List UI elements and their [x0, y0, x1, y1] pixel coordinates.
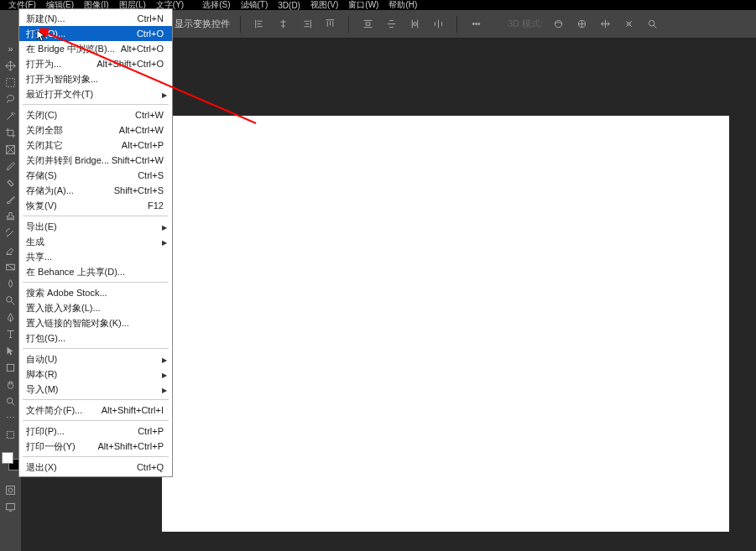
menu-item-shortcut: Alt+Ctrl+W [119, 123, 164, 137]
menu-item[interactable]: 恢复(V)F12 [19, 198, 172, 213]
menu-item-label: 置入嵌入对象(L)... [26, 301, 101, 314]
align-right-icon[interactable] [298, 16, 315, 33]
type-tool[interactable] [2, 326, 20, 341]
menu-item[interactable]: 在 Bridge 中浏览(B)...Alt+Ctrl+O [19, 41, 172, 56]
menu-item[interactable]: 新建(N)...Ctrl+N [19, 11, 172, 26]
menu-item-shortcut: Ctrl+N [138, 12, 164, 25]
svg-rect-16 [7, 364, 13, 371]
gradient-tool[interactable] [2, 259, 20, 274]
more-icon[interactable] [467, 16, 484, 33]
menu-item[interactable]: 存储(S)Ctrl+S [19, 168, 172, 183]
menu-item-shortcut: F12 [148, 199, 164, 212]
eraser-tool[interactable] [2, 242, 20, 257]
screenmode-icon[interactable] [2, 499, 20, 514]
orbit-icon[interactable] [550, 16, 566, 33]
healing-tool[interactable] [2, 175, 20, 190]
menu-item-label: 恢复(V) [26, 199, 57, 212]
slide-icon[interactable] [620, 16, 637, 33]
menu-item[interactable]: 关闭全部Alt+Ctrl+W [19, 122, 172, 138]
menu-item[interactable]: 关闭其它Alt+Ctrl+P [19, 138, 172, 153]
blur-tool[interactable] [2, 276, 20, 291]
quickmask-icon[interactable] [2, 482, 20, 497]
menu-window[interactable]: 窗口(W) [343, 0, 383, 11]
align-top-icon[interactable] [321, 16, 338, 33]
menu-item[interactable]: 文件简介(F)...Alt+Shift+Ctrl+I [19, 403, 172, 418]
distribute-hcenter-icon[interactable] [430, 16, 446, 33]
zoom-tool[interactable] [2, 393, 20, 408]
file-menu-dropdown: 新建(N)...Ctrl+N打开(O)...Ctrl+O在 Bridge 中浏览… [18, 8, 173, 477]
align-left-icon[interactable] [251, 16, 268, 33]
distribute-vcenter-icon[interactable] [383, 16, 399, 33]
menu-help[interactable]: 帮助(H) [383, 0, 422, 11]
menu-item[interactable]: 共享... [19, 249, 172, 264]
menu-item[interactable]: 关闭并转到 Bridge...Shift+Ctrl+W [19, 153, 172, 168]
menu-item[interactable]: 打印(P)...Ctrl+P [19, 424, 172, 439]
menu-select[interactable]: 选择(S) [197, 0, 235, 11]
menu-item[interactable]: 关闭(C)Ctrl+W [19, 107, 172, 122]
brush-tool[interactable] [2, 192, 20, 207]
menu-item-shortcut: Alt+Ctrl+O [121, 42, 164, 55]
menu-item[interactable]: 打开为智能对象... [19, 71, 172, 86]
menu-item-label: 关闭并转到 Bridge... [26, 153, 109, 167]
menu-item[interactable]: 置入嵌入对象(L)... [19, 300, 172, 315]
zoom-icon[interactable] [644, 16, 660, 33]
menu-item[interactable]: 生成 [19, 234, 172, 249]
menu-3d[interactable]: 3D(D) [273, 1, 305, 10]
magic-wand-tool[interactable] [2, 108, 20, 123]
distribute-top-icon[interactable] [359, 16, 376, 33]
color-swatch[interactable] [2, 452, 20, 470]
menu-item[interactable]: 导出(E) [19, 219, 172, 234]
lasso-tool[interactable] [2, 91, 20, 107]
canvas[interactable] [162, 116, 729, 532]
menu-separator [23, 399, 169, 400]
menu-item[interactable]: 打开为...Alt+Shift+Ctrl+O [19, 56, 172, 71]
dodge-tool[interactable] [2, 293, 20, 308]
pen-tool[interactable] [2, 309, 20, 325]
menu-item[interactable]: 置入链接的智能对象(K)... [19, 315, 172, 330]
svg-rect-21 [7, 503, 15, 509]
more-tools-icon[interactable]: ⋯ [2, 410, 20, 425]
menu-separator [23, 348, 169, 349]
history-brush-tool[interactable] [2, 226, 20, 241]
menu-item[interactable]: 在 Behance 上共享(D)... [19, 264, 172, 279]
menu-item[interactable]: 存储为(A)...Shift+Ctrl+S [19, 183, 172, 198]
separator [240, 16, 241, 33]
menu-item[interactable]: 退出(X)Ctrl+Q [19, 460, 172, 475]
align-center-h-icon[interactable] [274, 16, 291, 33]
menu-view[interactable]: 视图(V) [305, 0, 343, 11]
menu-item-label: 打印一份(Y) [26, 439, 76, 453]
marquee-tool[interactable] [2, 75, 20, 90]
pan-icon[interactable] [597, 16, 613, 33]
eyedropper-tool[interactable] [2, 159, 20, 174]
distribute-bottom-icon[interactable] [406, 16, 423, 33]
shape-tool[interactable] [2, 360, 20, 375]
menu-item-label: 打印(P)... [26, 424, 65, 438]
svg-point-10 [649, 20, 654, 26]
hand-tool[interactable] [2, 377, 20, 392]
menu-separator [23, 216, 169, 216]
menu-item[interactable]: 打包(G)... [19, 330, 172, 346]
menu-item-label: 关闭全部 [26, 123, 63, 137]
crop-tool[interactable] [2, 125, 20, 140]
collapse-icon[interactable]: » [2, 41, 20, 56]
menu-item-shortcut: Shift+Ctrl+W [112, 153, 164, 167]
menu-item[interactable]: 脚本(R) [19, 366, 172, 382]
move-tool[interactable] [2, 58, 20, 73]
menu-item[interactable]: 打印一份(Y)Alt+Shift+Ctrl+P [19, 439, 172, 454]
stamp-tool[interactable] [2, 209, 20, 224]
menu-filter[interactable]: 滤镜(T) [236, 0, 274, 11]
frame-tool[interactable] [2, 142, 20, 157]
path-tool[interactable] [2, 343, 20, 358]
svg-rect-11 [7, 78, 15, 86]
menu-item-shortcut: Shift+Ctrl+S [114, 184, 164, 197]
menu-item[interactable]: 导入(M) [19, 382, 172, 397]
edit-toolbar-icon[interactable] [2, 427, 20, 442]
roll-icon[interactable] [573, 16, 590, 33]
svg-rect-18 [7, 431, 13, 438]
menu-item[interactable]: 最近打开文件(T) [19, 86, 172, 101]
menu-item-label: 在 Bridge 中浏览(B)... [26, 42, 115, 55]
menu-item[interactable]: 搜索 Adobe Stock... [19, 285, 172, 300]
foreground-color[interactable] [2, 452, 13, 464]
show-transform-controls[interactable]: 显示变换控件 [163, 18, 230, 30]
menu-item[interactable]: 自动(U) [19, 351, 172, 366]
